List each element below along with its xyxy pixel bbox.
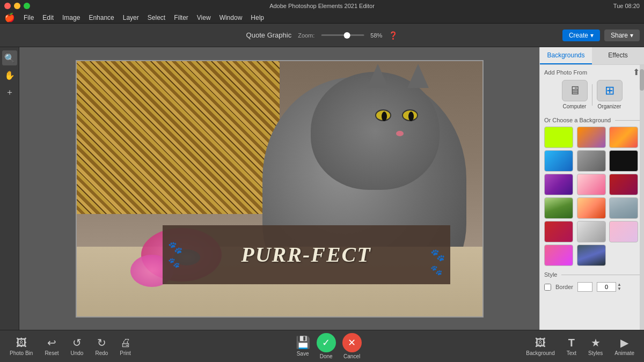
undo-tool[interactable]: ↺ Undo (65, 334, 89, 358)
swatch-dark[interactable] (609, 150, 638, 172)
bottom-center-actions: 💾 Save ✓ Done ✕ Cancel (141, 333, 516, 359)
menu-enhance[interactable]: Enhance (84, 14, 118, 21)
photo-bin-tool[interactable]: 🖼 Photo Bin (4, 335, 38, 358)
swatch-deep-purple[interactable] (544, 174, 573, 195)
create-button[interactable]: Create ▾ (562, 29, 600, 41)
computer-label: Computer (563, 104, 587, 109)
organizer-label: Organizer (598, 104, 621, 109)
tab-effects[interactable]: Effects (592, 47, 644, 64)
cancel-button[interactable]: ✕ Cancel (342, 333, 362, 359)
done-circle: ✓ (317, 333, 336, 352)
add-tool[interactable]: ＋ (2, 85, 17, 100)
share-chevron-icon: ▾ (630, 32, 633, 39)
top-toolbar: Quote Graphic Zoom: 58% ❓ Create ▾ Share… (0, 24, 644, 47)
photo-canvas[interactable]: 🐾 🐾 PURR-FECT 🐾 🐾 (77, 61, 482, 316)
help-icon[interactable]: ❓ (389, 31, 398, 40)
traffic-lights[interactable] (4, 3, 30, 9)
menu-layer[interactable]: Layer (119, 14, 143, 21)
animate-tool[interactable]: ▶ Animate (609, 334, 640, 358)
source-organizer[interactable]: ⊞ Organizer (597, 80, 623, 109)
menu-file[interactable]: File (19, 14, 38, 21)
done-button[interactable]: ✓ Done (317, 333, 336, 359)
border-steppers[interactable]: ▲ ▼ (617, 283, 621, 291)
close-button[interactable] (4, 3, 11, 9)
print-tool[interactable]: 🖨 Print (114, 335, 136, 358)
border-down-arrow[interactable]: ▼ (617, 287, 621, 291)
paw-icon-3: 🐾 (430, 248, 445, 262)
upload-icon[interactable]: ⬆ (633, 67, 640, 77)
swatch-dark-forest[interactable] (577, 245, 606, 266)
paw-icon-4: 🐾 (430, 264, 445, 276)
style-title-row: Style (544, 271, 640, 278)
cat-eye-right (402, 109, 418, 121)
computer-icon: 🖥 (562, 80, 588, 101)
swatch-pastel-pink[interactable] (609, 221, 638, 242)
text-tool[interactable]: T Text (561, 335, 582, 358)
swatch-warm-gradient[interactable] (609, 127, 638, 148)
right-panel: Backgrounds Effects ⬆ Add Photo From 🖥 C… (539, 47, 644, 330)
tab-backgrounds[interactable]: Backgrounds (540, 47, 592, 64)
text-icon: T (568, 337, 575, 349)
source-computer[interactable]: 🖥 Computer (562, 80, 588, 109)
leopard-fabric (77, 61, 280, 215)
menu-edit[interactable]: Edit (38, 14, 58, 21)
swatch-grey-blue[interactable] (609, 197, 638, 219)
organizer-icon: ⊞ (597, 80, 623, 101)
bottom-right-tools: 🖼 Background T Text ★ Styles ▶ Animate (516, 334, 644, 358)
hand-tool[interactable]: ✋ (2, 68, 17, 83)
canvas-area: 🐾 🐾 PURR-FECT 🐾 🐾 (19, 47, 539, 330)
background-icon: 🖼 (535, 337, 546, 349)
app-title: Adobe Photoshop Elements 2021 Editor (269, 3, 375, 9)
swatch-green[interactable] (544, 127, 573, 148)
scrollbar-thumb[interactable] (640, 69, 644, 91)
menu-window[interactable]: Window (215, 14, 247, 21)
paw-icon-1: 🐾 (168, 241, 182, 255)
redo-tool[interactable]: ↻ Redo (90, 334, 113, 358)
minimize-button[interactable] (14, 3, 20, 9)
swatch-purple-gradient[interactable] (577, 127, 606, 148)
undo-icon: ↺ (72, 336, 82, 349)
swatch-dark-red[interactable] (609, 174, 638, 195)
menu-select[interactable]: Select (143, 14, 170, 21)
zoom-slider[interactable] (321, 34, 364, 36)
maximize-button[interactable] (24, 3, 30, 9)
quote-overlay[interactable]: 🐾 🐾 PURR-FECT 🐾 🐾 (163, 225, 450, 284)
swatch-blue-gradient[interactable] (544, 150, 573, 172)
style-divider (561, 275, 640, 275)
swatch-pink[interactable] (577, 174, 606, 195)
menu-filter[interactable]: Filter (170, 14, 193, 21)
swatch-grey-mist[interactable] (577, 150, 606, 172)
swatch-sunset[interactable] (577, 197, 606, 219)
menu-image[interactable]: Image (58, 14, 84, 21)
menu-help[interactable]: Help (246, 14, 268, 21)
time-display: Tue 08:20 (613, 3, 640, 9)
paw-icons-right: 🐾 🐾 (430, 248, 445, 276)
cancel-circle: ✕ (342, 333, 362, 352)
background-tool[interactable]: 🖼 Background (521, 335, 560, 358)
menu-view[interactable]: View (193, 14, 215, 21)
zoom-label: Zoom: (298, 32, 314, 39)
swatch-pink-purple[interactable] (544, 245, 573, 266)
bg-section-title: Or Choose a Background (544, 117, 640, 123)
scrollbar-track[interactable] (640, 65, 644, 330)
zoom-thumb[interactable] (343, 32, 350, 39)
toolbar-right: Create ▾ Share ▾ (558, 29, 644, 41)
reset-tool[interactable]: ↩ Reset (39, 334, 64, 358)
border-color-picker[interactable] (577, 282, 592, 292)
save-button[interactable]: 💾 Save (296, 336, 310, 357)
search-tool[interactable]: 🔍 (2, 50, 17, 65)
border-value[interactable]: 0 (597, 282, 616, 292)
swatch-light-grey[interactable] (577, 221, 606, 242)
cat-head (311, 72, 440, 190)
share-button[interactable]: Share ▾ (604, 29, 640, 41)
styles-tool[interactable]: ★ Styles (583, 334, 608, 358)
document-title: Quote Graphic (246, 31, 292, 39)
toolbar-center: Quote Graphic Zoom: 58% ❓ (246, 31, 398, 40)
border-checkbox[interactable] (544, 284, 551, 291)
swatch-roses[interactable] (544, 221, 573, 242)
cat-ear-left (367, 64, 389, 88)
swatch-nature[interactable] (544, 197, 573, 219)
apple-icon: 🍎 (4, 12, 15, 23)
border-value-group: 0 ▲ ▼ (597, 282, 621, 292)
canvas-wrapper: 🐾 🐾 PURR-FECT 🐾 🐾 (76, 60, 484, 317)
